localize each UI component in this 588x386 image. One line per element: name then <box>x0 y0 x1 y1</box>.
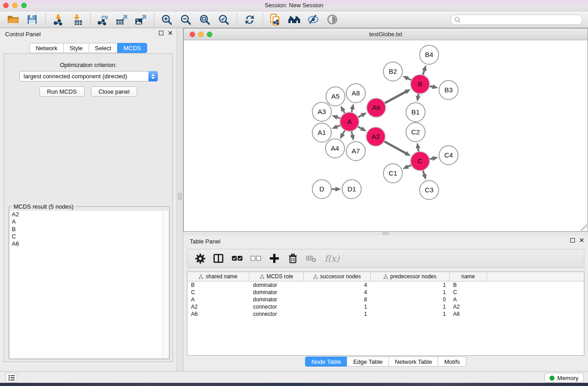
new-network-from-selection-button[interactable] <box>268 13 283 26</box>
table-cell[interactable]: A <box>449 296 487 303</box>
table-cell[interactable]: B <box>449 281 487 289</box>
node-D1[interactable]: D1 <box>342 180 361 199</box>
search-input[interactable] <box>461 16 582 24</box>
table-cell[interactable]: 1 <box>371 310 449 318</box>
refresh-layout-button[interactable] <box>242 13 257 26</box>
select-all-columns-button[interactable] <box>232 251 243 266</box>
float-panel-icon[interactable] <box>570 238 575 243</box>
node-C4[interactable]: C4 <box>439 146 458 165</box>
table-cell[interactable]: C <box>187 289 249 296</box>
open-file-button[interactable] <box>5 13 21 26</box>
table-settings-button[interactable] <box>195 251 206 266</box>
node-C2[interactable]: C2 <box>406 123 425 142</box>
table-cell[interactable]: dominator <box>249 296 304 303</box>
node-C[interactable]: C <box>411 152 430 171</box>
tab-edge-table[interactable]: Edge Table <box>347 357 389 367</box>
panel-splitter-horizontal[interactable] <box>183 232 588 235</box>
result-list-item[interactable]: C <box>10 233 163 240</box>
column-header-MCDS-role[interactable]: MCDS role <box>249 272 304 281</box>
table-row[interactable]: A2connector11A2 <box>187 303 584 310</box>
node-A2[interactable]: A2 <box>366 127 385 146</box>
table-cell[interactable]: 4 <box>304 289 371 296</box>
show-graphics-details-button[interactable] <box>325 13 340 26</box>
result-list-item[interactable]: A <box>10 218 163 225</box>
table-row[interactable]: Cdominator41C <box>187 289 584 296</box>
table-cell[interactable]: 1 <box>371 289 449 296</box>
close-panel-icon[interactable]: ✕ <box>167 31 173 35</box>
table-cell[interactable]: dominator <box>249 289 304 296</box>
close-panel-button[interactable]: Close panel <box>91 86 138 97</box>
table-cell[interactable]: 1 <box>371 303 449 310</box>
result-list-item[interactable]: B <box>10 226 163 233</box>
export-image-button[interactable] <box>133 13 148 26</box>
run-mcds-button[interactable]: Run MCDS <box>39 86 85 97</box>
result-list-item[interactable]: A6 <box>10 240 163 248</box>
save-session-button[interactable] <box>24 13 40 26</box>
table-cell[interactable]: A <box>187 296 249 303</box>
zoom-fit-button[interactable] <box>197 13 212 26</box>
table-cell[interactable]: 4 <box>304 281 371 289</box>
export-network-button[interactable] <box>95 13 110 26</box>
tab-mcds[interactable]: MCDS <box>117 43 147 53</box>
zoom-out-button[interactable] <box>178 13 193 26</box>
optimization-criterion-dropdown[interactable]: largest connected component (directed) <box>19 71 158 81</box>
node-B3[interactable]: B3 <box>439 81 458 100</box>
table-cell[interactable]: 8 <box>304 296 371 303</box>
tab-select[interactable]: Select <box>89 43 118 53</box>
function-builder-button[interactable]: f(x) <box>325 251 339 266</box>
table-cell[interactable]: 0 <box>371 296 449 303</box>
table-row[interactable]: A6connector11A6 <box>187 310 584 318</box>
window-resize-grip[interactable] <box>581 224 587 231</box>
memory-button[interactable]: Memory <box>545 373 583 383</box>
splitter-handle[interactable] <box>178 193 182 200</box>
table-cell[interactable]: B <box>187 281 249 289</box>
network-canvas[interactable]: B4B2BB3A8A5A6A3B1AC2A1A2A4A7C4CC1DD1C3 <box>184 40 588 231</box>
delete-column-button[interactable] <box>287 251 298 266</box>
node-B4[interactable]: B4 <box>420 45 439 64</box>
node-C1[interactable]: C1 <box>383 164 402 183</box>
panel-splitter-vertical[interactable] <box>177 28 183 371</box>
table-cell[interactable]: connector <box>249 310 304 318</box>
table-cell[interactable]: 1 <box>304 303 371 310</box>
node-A[interactable]: A <box>340 112 359 131</box>
task-history-button[interactable] <box>5 373 17 382</box>
node-B2[interactable]: B2 <box>383 62 402 81</box>
node-A4[interactable]: A4 <box>325 139 344 158</box>
result-list-scrollbar[interactable] <box>163 211 168 358</box>
table-cell[interactable]: A2 <box>187 303 249 310</box>
node-A1[interactable]: A1 <box>312 123 331 142</box>
export-table-button[interactable] <box>114 13 129 26</box>
node-A8[interactable]: A8 <box>346 84 365 103</box>
node-A5[interactable]: A5 <box>326 87 345 106</box>
tab-style[interactable]: Style <box>63 43 89 53</box>
table-cell[interactable]: dominator <box>249 281 304 289</box>
node-B1[interactable]: B1 <box>406 103 425 122</box>
split-columns-button[interactable] <box>213 251 224 266</box>
column-header-name[interactable]: name <box>449 272 487 281</box>
tab-node-table[interactable]: Node Table <box>305 357 348 367</box>
node-D[interactable]: D <box>312 180 331 199</box>
table-row[interactable]: Adominator80A <box>187 296 584 303</box>
table-cell[interactable]: connector <box>249 303 304 310</box>
search-field[interactable] <box>450 14 583 25</box>
column-header-successor-nodes[interactable]: successor nodes <box>304 272 371 281</box>
node-A3[interactable]: A3 <box>312 102 331 121</box>
import-table-button[interactable] <box>69 13 85 26</box>
zoom-in-button[interactable] <box>159 13 174 26</box>
home-button[interactable] <box>287 13 302 26</box>
import-network-button[interactable] <box>50 13 66 26</box>
table-cell[interactable]: C <box>449 289 487 296</box>
node-B[interactable]: B <box>411 75 430 94</box>
tab-network[interactable]: Network <box>29 43 64 53</box>
table-cell[interactable]: 1 <box>371 281 449 289</box>
table-cell[interactable]: A2 <box>449 303 487 310</box>
table-row[interactable]: Bdominator41B <box>187 281 584 289</box>
float-panel-icon[interactable] <box>159 31 163 35</box>
table-cell[interactable]: 1 <box>304 310 371 318</box>
table-cell[interactable]: A6 <box>187 310 249 318</box>
add-column-button[interactable] <box>269 251 280 266</box>
hide-graphics-details-button[interactable] <box>306 13 321 26</box>
close-panel-icon[interactable]: ✕ <box>579 238 584 243</box>
column-header-predecessor-nodes[interactable]: predecessor nodes <box>371 272 449 281</box>
delete-table-button[interactable] <box>306 251 317 266</box>
